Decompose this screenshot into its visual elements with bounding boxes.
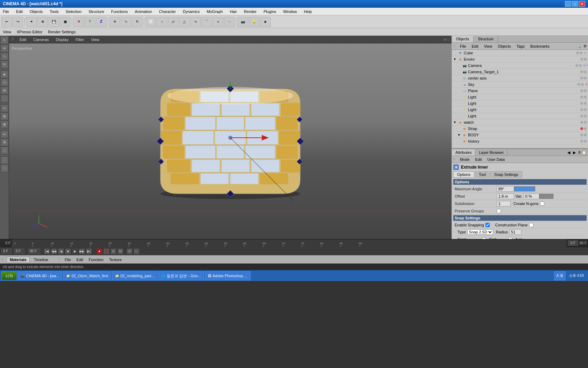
obj-row-light3[interactable]: ✦ Light [452,107,588,113]
mat-file[interactable]: File [63,257,72,263]
viewport-view[interactable]: View [90,37,101,42]
btn-play-back[interactable]: ◀ [58,248,64,254]
obj-row-cube[interactable]: ■ Cube ✕ [452,50,588,56]
ngons-checkbox[interactable] [540,202,544,206]
lt-paint[interactable]: ✏ [1,130,8,138]
obj-row-light4[interactable]: ✦ Light [452,113,588,119]
taskbar-google[interactable]: 🌐 질문과 답변 - Goo... [158,271,204,280]
btn-next-frame[interactable]: ▶▶ [79,248,85,254]
sphere-button[interactable]: ○ [157,17,167,27]
btn-stop[interactable]: ■ [65,248,71,254]
obj-objects-menu[interactable]: Objects [496,43,512,49]
viewport-cameras[interactable]: Cameras [32,37,50,42]
menu-structure[interactable]: Structure [87,9,106,14]
lt-bridge[interactable]: ⊠ [1,121,8,128]
attr-mode[interactable]: Mode [458,157,471,162]
redo-button[interactable]: ↪ [13,17,23,27]
obj-settings-icon[interactable]: ⚙ [583,44,587,48]
menu-character[interactable]: Character [158,9,177,14]
obj-row-light1[interactable]: ✦ Light [452,94,588,100]
view-menu[interactable]: View [1,29,13,35]
menu-render[interactable]: Render [243,9,258,14]
material-btn[interactable]: ◈ [260,17,271,27]
obj-row-camera[interactable]: 📷 Camera ⊕ ✦ [452,62,588,69]
attr-user-data[interactable]: User Data [486,157,506,162]
btn-record-auto[interactable]: ● [103,248,110,254]
attr-nav-left[interactable]: ◀ [566,150,572,156]
menu-mograph[interactable]: MoGraph [205,9,224,14]
lt-point[interactable]: · [1,95,8,102]
obj-row-center-axis[interactable]: ◎ center axis [452,75,588,81]
start-button[interactable]: 시작 [1,271,17,280]
lt-smooth[interactable]: ◌ [1,146,8,154]
obj-edit[interactable]: Edit [470,43,480,49]
tab-objects[interactable]: Objects [452,36,474,42]
lt-magnet[interactable]: ⚙ [1,138,8,146]
nurbs-button[interactable]: ⌒ [202,17,212,27]
lt-poly[interactable]: ⬡ [1,79,8,86]
mat-tab-materials[interactable]: Materials [7,257,30,263]
rotate-button[interactable]: ↻ [132,17,142,27]
btn-first-frame[interactable]: |◀ [44,248,50,254]
frame-display[interactable]: 0 F [1,248,12,254]
menu-help[interactable]: Help [302,9,313,14]
mat-edit[interactable]: Edit [75,257,85,263]
viewport-canvas[interactable]: Perspective X Y Z [9,43,451,239]
open-button[interactable]: ⊕ [37,17,48,27]
deform-button[interactable]: ⟡ [213,17,223,27]
sub-tab-options[interactable]: Options [453,171,474,178]
btn-loop[interactable]: ↺ [126,248,133,254]
menu-window[interactable]: Window [282,9,298,14]
obj-row-body[interactable]: ▼ ◉ BODY [452,132,588,138]
menu-file[interactable]: File [1,9,10,14]
max-angle-slider[interactable] [514,186,535,191]
tab-layer-browser[interactable]: Layer Browser [475,149,507,156]
grid-cb[interactable] [508,237,512,239]
taskbar-cinema4d[interactable]: 🎬 CINEMA 4D - [wa... [18,271,62,280]
lt-edge[interactable]: ⊟ [1,87,8,94]
btn-loop-mode[interactable]: ↔ [133,248,140,254]
obj-bookmarks[interactable]: Bookmarks [529,43,551,49]
menu-plugins[interactable]: Plugins [262,9,278,14]
timeline-ruler[interactable]: 0 5 10 15 20 25 30 35 40 45 50 55 60 [12,239,566,247]
xpresso-editor[interactable]: XPresso Editor [15,29,44,35]
mat-function[interactable]: Function [88,257,105,263]
render-settings[interactable]: Render Settings [47,29,77,35]
sub-tab-snap[interactable]: Snap Settings [490,171,522,178]
tool-z[interactable]: Z [96,17,106,27]
maximize-button[interactable]: □ [572,1,578,7]
section-snap[interactable]: Snap Settings [453,215,587,221]
attr-settings[interactable]: 8 📋 [577,150,588,156]
obj-row-history[interactable]: ◉ history [452,138,588,144]
menu-hair[interactable]: Hair [229,9,238,14]
obj-tags[interactable]: Tags [515,43,526,49]
obj-view[interactable]: View [483,43,494,49]
construction-plane-checkbox[interactable] [529,223,533,227]
lt-knife[interactable]: ✂ [1,104,8,112]
preserve-checkbox[interactable] [497,209,501,213]
obj-row-enviro[interactable]: ▼ ◉ Enviro [452,56,588,62]
lt-cursor[interactable]: ↖ [1,36,8,44]
attr-edit[interactable]: Edit [474,157,483,162]
taskbar-modeling[interactable]: 📁 02_modeling_part... [112,271,158,280]
max-angle-input[interactable] [497,186,514,192]
spline-button[interactable]: ∿ [190,17,201,27]
obj-row-light2[interactable]: ✦ Light [452,100,588,107]
lt-extrude[interactable]: ⊞ [1,113,8,120]
sub-tab-tool[interactable]: Tool [475,171,490,178]
btn-prev-frame[interactable]: ◀◀ [51,248,57,254]
menu-dynamics[interactable]: Dynamics [182,9,201,14]
scale-button[interactable]: ⤡ [121,17,131,27]
obj-search-icon[interactable]: 🔍 [576,44,581,48]
mat-tab-timeline[interactable]: Timeline [33,257,50,263]
taskbar-oizm[interactable]: 📁 02_Oizm_Watch_first [63,271,111,280]
scene-button[interactable]: ⋯ [224,17,234,27]
lt-misc1[interactable]: ⋮ [1,156,8,164]
menu-animation[interactable]: Animation [133,9,153,14]
point-cb[interactable] [482,237,486,239]
offset-slider[interactable] [539,194,553,199]
tab-structure[interactable]: Structure [474,36,498,42]
menu-tools[interactable]: Tools [48,9,60,14]
close-button[interactable]: × [579,1,585,7]
obj-row-sky[interactable]: ☁ Sky ✕ [452,81,588,88]
